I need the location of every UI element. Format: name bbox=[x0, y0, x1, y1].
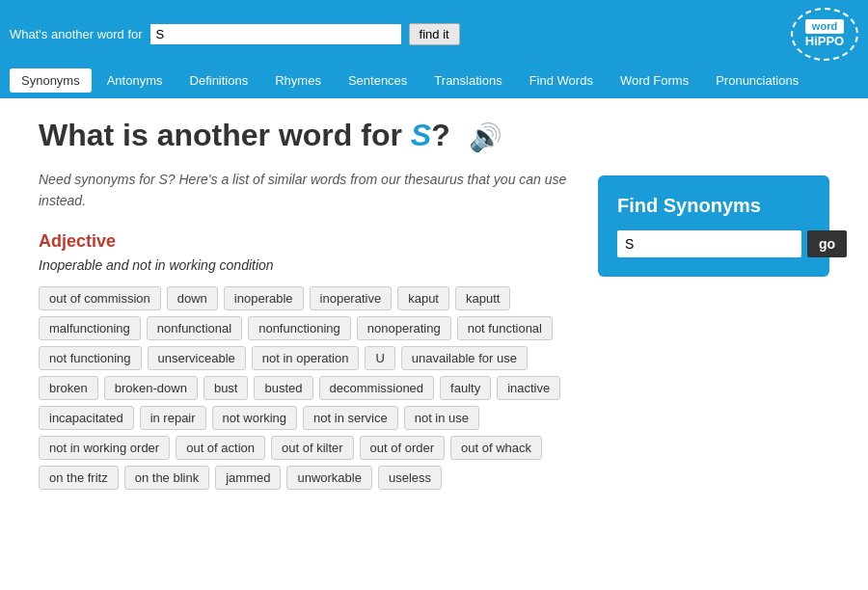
word-tag[interactable]: nonfunctioning bbox=[248, 316, 351, 340]
word-tag[interactable]: unworkable bbox=[286, 466, 372, 490]
pos-section: AdjectiveInoperable and not in working c… bbox=[39, 231, 579, 490]
word-tag[interactable]: not functioning bbox=[39, 346, 142, 370]
word-tag[interactable]: nonoperating bbox=[357, 316, 451, 340]
word-tag[interactable]: kaput bbox=[397, 286, 449, 310]
right-column: Find Synonyms go bbox=[598, 118, 829, 505]
find-synonyms-heading: Find Synonyms bbox=[617, 195, 810, 217]
page-title: What is another word for S? 🔊 bbox=[39, 118, 579, 153]
word-tag[interactable]: not in use bbox=[404, 406, 479, 430]
word-tags: out of commissiondowninoperableinoperati… bbox=[39, 286, 579, 490]
nav-tab-rhymes[interactable]: Rhymes bbox=[263, 68, 333, 93]
word-tag[interactable]: unserviceable bbox=[148, 346, 246, 370]
word-tag[interactable]: decommissioned bbox=[319, 376, 435, 400]
nav-tab-translations[interactable]: Translations bbox=[422, 68, 513, 93]
go-button[interactable]: go bbox=[807, 230, 847, 257]
find-synonyms-input[interactable] bbox=[617, 230, 801, 257]
word-tag[interactable]: out of whack bbox=[450, 436, 542, 460]
nav-tabs: SynonymsAntonymsDefinitionsRhymesSentenc… bbox=[0, 68, 868, 98]
word-tag[interactable]: on the fritz bbox=[39, 466, 119, 490]
word-tag[interactable]: kaputt bbox=[455, 286, 510, 310]
word-tag[interactable]: broken-down bbox=[104, 376, 198, 400]
nav-tab-synonyms[interactable]: Synonyms bbox=[10, 68, 92, 93]
find-synonyms-input-row: go bbox=[617, 230, 810, 257]
word-tag[interactable]: in repair bbox=[140, 406, 206, 430]
left-column: What is another word for S? 🔊 Need synon… bbox=[39, 118, 579, 505]
word-tag[interactable]: malfunctioning bbox=[39, 316, 141, 340]
speaker-icon[interactable]: 🔊 bbox=[469, 122, 502, 152]
word-tag[interactable]: out of commission bbox=[39, 286, 161, 310]
nav-tab-find-words[interactable]: Find Words bbox=[518, 68, 605, 93]
word-tag[interactable]: faulty bbox=[440, 376, 491, 400]
main-content: What is another word for S? 🔊 Need synon… bbox=[0, 98, 868, 524]
word-tag[interactable]: not in operation bbox=[252, 346, 360, 370]
pos-subheading: Inoperable and not in working condition bbox=[39, 257, 579, 273]
find-it-button[interactable]: find it bbox=[409, 23, 460, 45]
nav-tab-definitions[interactable]: Definitions bbox=[178, 68, 260, 93]
word-tag[interactable]: on the blink bbox=[124, 466, 210, 490]
word-tag[interactable]: not in working order bbox=[39, 436, 170, 460]
word-tag[interactable]: incapacitated bbox=[39, 406, 134, 430]
title-word: S bbox=[411, 118, 431, 152]
description-text: Need synonyms for S? Here's a list of si… bbox=[39, 169, 579, 212]
top-bar-label: What's another word for bbox=[10, 27, 143, 41]
word-tag[interactable]: unavailable for use bbox=[401, 346, 528, 370]
nav-tab-antonyms[interactable]: Antonyms bbox=[95, 68, 175, 93]
title-suffix: ? bbox=[431, 118, 450, 152]
title-prefix: What is another word for bbox=[39, 118, 411, 152]
word-tag[interactable]: not in service bbox=[303, 406, 398, 430]
word-tag[interactable]: out of kilter bbox=[271, 436, 354, 460]
pos-heading: Adjective bbox=[39, 231, 579, 252]
sections-container: AdjectiveInoperable and not in working c… bbox=[39, 231, 579, 490]
nav-tab-word-forms[interactable]: Word Forms bbox=[609, 68, 700, 93]
logo-area: word HiPPO bbox=[791, 8, 858, 61]
word-tag[interactable]: out of action bbox=[176, 436, 265, 460]
word-tag[interactable]: inoperative bbox=[310, 286, 393, 310]
word-tag[interactable]: useless bbox=[378, 466, 442, 490]
word-tag[interactable]: out of order bbox=[360, 436, 446, 460]
top-search-input[interactable] bbox=[150, 24, 401, 44]
word-tag[interactable]: U bbox=[365, 346, 394, 370]
word-tag[interactable]: busted bbox=[254, 376, 312, 400]
top-search-bar: What's another word for find it word HiP… bbox=[0, 0, 868, 68]
word-tag[interactable]: jammed bbox=[215, 466, 281, 490]
word-tag[interactable]: not working bbox=[212, 406, 297, 430]
logo-text: word HiPPO bbox=[805, 19, 844, 49]
word-tag[interactable]: inoperable bbox=[224, 286, 304, 310]
word-tag[interactable]: broken bbox=[39, 376, 98, 400]
word-tag[interactable]: bust bbox=[203, 376, 249, 400]
nav-tab-pronunciations[interactable]: Pronunciations bbox=[704, 68, 810, 93]
word-tag[interactable]: inactive bbox=[497, 376, 560, 400]
word-tag[interactable]: not functional bbox=[457, 316, 553, 340]
word-tag[interactable]: nonfunctional bbox=[147, 316, 242, 340]
nav-tab-sentences[interactable]: Sentences bbox=[337, 68, 419, 93]
word-tag[interactable]: down bbox=[167, 286, 218, 310]
logo-box: word HiPPO bbox=[791, 8, 858, 61]
find-synonyms-box: Find Synonyms go bbox=[598, 175, 829, 277]
